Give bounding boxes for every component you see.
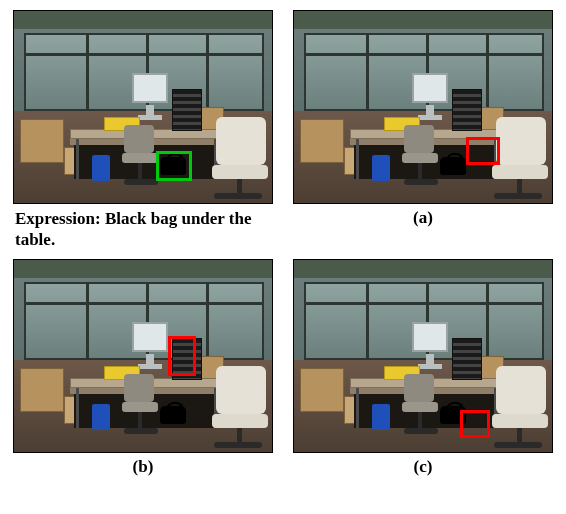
panel-label-c: (c) [414, 453, 433, 477]
bbox-prediction-b [168, 336, 196, 376]
bbox-ground-truth [156, 151, 192, 181]
scene-image-a [293, 10, 553, 204]
panel-label-a: (a) [413, 204, 433, 228]
scene-image-c [293, 259, 553, 453]
scene-image-b [13, 259, 273, 453]
expression-prefix: Expression: [15, 209, 105, 228]
bbox-prediction-a [466, 137, 500, 165]
panel-ground-truth: Expression: Black bag under the table. [10, 10, 276, 251]
panel-b: (b) [10, 259, 276, 477]
scene-image-gt [13, 10, 273, 204]
panel-a: (a) [290, 10, 556, 251]
expression-caption: Expression: Black bag under the table. [13, 204, 273, 251]
figure-grid: Expression: Black bag under the table. [10, 10, 556, 485]
bbox-prediction-c [460, 410, 490, 438]
panel-c: (c) [290, 259, 556, 477]
panel-label-b: (b) [133, 453, 154, 477]
